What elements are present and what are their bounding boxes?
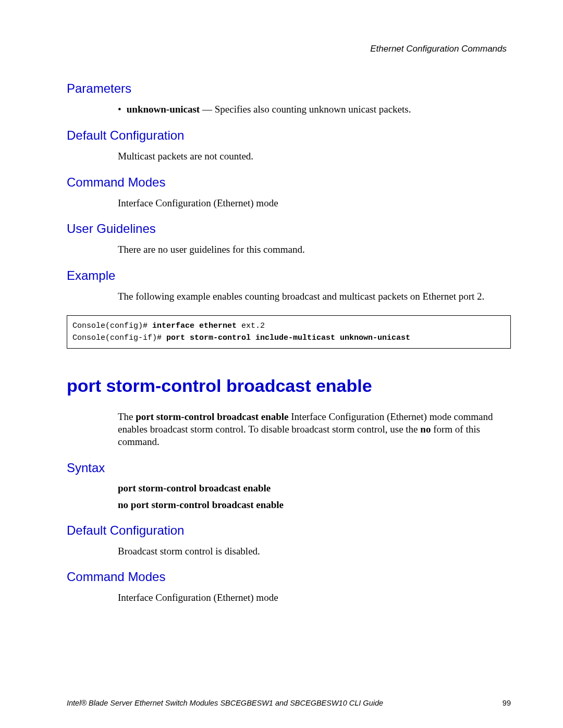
code-line-2: Console(config-if)# port storm-control i… — [72, 332, 505, 344]
example-codebox: Console(config)# interface ethernet ext.… — [67, 315, 511, 349]
heading-command-modes-1: Command Modes — [67, 175, 511, 190]
section-parameters: Parameters • unknown-unicast — Specifies… — [67, 81, 511, 116]
chapter-header: Ethernet Configuration Commands — [67, 44, 511, 54]
bullet-term: unknown-unicast — [127, 104, 200, 115]
heading-user-guidelines: User Guidelines — [67, 221, 511, 236]
code-cmd-1: interface ethernet — [152, 322, 241, 330]
section-default-config-2: Default Configuration Broadcast storm co… — [67, 523, 511, 558]
example-body: The following example enables counting b… — [118, 290, 511, 303]
page-number: 99 — [503, 699, 511, 707]
section-example: Example The following example enables co… — [67, 268, 511, 349]
command-intro: The port storm-control broadcast enable … — [118, 411, 511, 448]
intro-bold-2: no — [420, 424, 431, 435]
code-cmd-2: port storm-control include-multicast unk… — [166, 334, 410, 342]
intro-prefix: The — [118, 411, 136, 422]
section-user-guidelines: User Guidelines There are no user guidel… — [67, 221, 511, 256]
command-title: port storm-control broadcast enable — [67, 376, 511, 396]
default-config-2-body: Broadcast storm control is disabled. — [118, 545, 511, 558]
command-modes-2-body: Interface Configuration (Ethernet) mode — [118, 591, 511, 604]
intro-bold-1: port storm-control broadcast enable — [136, 411, 288, 422]
document-page: Ethernet Configuration Commands Paramete… — [0, 0, 563, 604]
command-modes-1-body: Interface Configuration (Ethernet) mode — [118, 197, 511, 209]
heading-command-modes-2: Command Modes — [67, 570, 511, 584]
code-prompt-1: Console(config)# — [72, 322, 152, 330]
section-command-modes-1: Command Modes Interface Configuration (E… — [67, 175, 511, 209]
syntax-line-2: no port storm-control broadcast enable — [118, 499, 511, 511]
heading-example: Example — [67, 268, 511, 283]
section-syntax: Syntax port storm-control broadcast enab… — [67, 461, 511, 511]
code-line-1: Console(config)# interface ethernet ext.… — [72, 320, 505, 332]
code-prompt-2: Console(config-if)# — [72, 334, 166, 342]
heading-default-config-1: Default Configuration — [67, 128, 511, 143]
code-arg-1: ext.2 — [241, 322, 265, 330]
page-footer: Intel® Blade Server Ethernet Switch Modu… — [67, 699, 511, 707]
syntax-line-1: port storm-control broadcast enable — [118, 483, 511, 494]
parameters-bullet: • unknown-unicast — Specifies also count… — [118, 103, 511, 116]
bullet-dot: • — [118, 103, 124, 116]
heading-parameters: Parameters — [67, 81, 511, 96]
section-default-config-1: Default Configuration Multicast packets … — [67, 128, 511, 163]
footer-text: Intel® Blade Server Ethernet Switch Modu… — [67, 699, 383, 707]
default-config-1-body: Multicast packets are not counted. — [118, 150, 511, 163]
user-guidelines-body: There are no user guidelines for this co… — [118, 243, 511, 256]
bullet-desc: — Specifies also counting unknown unicas… — [200, 104, 411, 115]
section-command-modes-2: Command Modes Interface Configuration (E… — [67, 570, 511, 604]
heading-syntax: Syntax — [67, 461, 511, 475]
heading-default-config-2: Default Configuration — [67, 523, 511, 538]
